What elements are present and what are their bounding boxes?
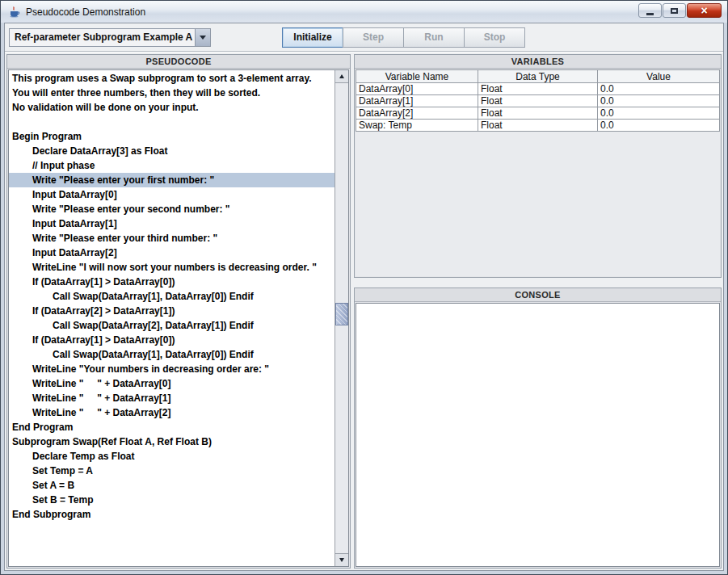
- close-button[interactable]: ×: [687, 3, 722, 18]
- pseudocode-line[interactable]: // Input phase: [9, 158, 335, 173]
- pseudocode-line[interactable]: WriteLine " " + DataArray[0]: [9, 376, 335, 391]
- pseudocode-line[interactable]: Begin Program: [9, 129, 335, 144]
- arrow-down-icon: [339, 558, 344, 562]
- example-selector-arrow-button[interactable]: [195, 29, 210, 46]
- variables-body: DataArray[0]Float0.0DataArray[1]Float0.0…: [356, 83, 720, 132]
- pseudocode-line[interactable]: WriteLine "I will now sort your numbers …: [9, 260, 335, 275]
- column-header: Value: [598, 70, 720, 83]
- minimize-button[interactable]: [638, 3, 662, 18]
- client-area: Ref-parameter Subprogram Example A Initi…: [4, 23, 724, 571]
- table-cell: DataArray[1]: [356, 95, 478, 107]
- variables-table: Variable NameData TypeValue DataArray[0]…: [356, 69, 720, 132]
- scrollbar-track[interactable]: [335, 83, 348, 553]
- console-panel-title: CONSOLE: [355, 288, 721, 302]
- stop-button[interactable]: Stop: [464, 27, 525, 48]
- pseudocode-panel: PSEUDOCODE This program uses a Swap subp…: [6, 54, 351, 569]
- pseudocode-line[interactable]: Call Swap(DataArray[1], DataArray[0]) En…: [9, 289, 335, 304]
- pseudocode-line[interactable]: Declare Temp as Float: [9, 449, 335, 464]
- pseudocode-line[interactable]: Subprogram Swap(Ref Float A, Ref Float B…: [9, 434, 335, 449]
- titlebar[interactable]: Pseudocode Demonstration ×: [1, 1, 727, 23]
- pseudocode-line[interactable]: Call Swap(DataArray[2], DataArray[1]) En…: [9, 318, 335, 333]
- maximize-button[interactable]: [663, 3, 686, 18]
- pseudocode-line[interactable]: WriteLine " " + DataArray[1]: [9, 391, 335, 405]
- table-cell: 0.0: [598, 107, 720, 120]
- table-cell: DataArray[0]: [356, 83, 478, 95]
- console-output[interactable]: [356, 303, 720, 567]
- variables-panel: VARIABLES Variable NameData TypeValue Da…: [354, 54, 722, 278]
- table-row[interactable]: Swap: TempFloat0.0: [356, 120, 720, 132]
- variables-table-area: Variable NameData TypeValue DataArray[0]…: [356, 69, 720, 276]
- pseudocode-viewport: This program uses a Swap subprogram to s…: [8, 69, 349, 567]
- table-row[interactable]: DataArray[0]Float0.0: [356, 83, 720, 95]
- scroll-up-button[interactable]: [335, 70, 348, 83]
- column-header: Data Type: [478, 70, 598, 83]
- pseudocode-line[interactable]: WriteLine " " + DataArray[2]: [9, 405, 335, 420]
- toolbar-buttons: InitializeStepRunStop: [282, 27, 525, 48]
- pseudocode-line[interactable]: Call Swap(DataArray[1], DataArray[0]) En…: [9, 347, 335, 362]
- example-selector[interactable]: Ref-parameter Subprogram Example A: [9, 28, 211, 47]
- table-cell: 0.0: [598, 95, 720, 107]
- pseudocode-line[interactable]: You will enter three numbers, then they …: [9, 86, 335, 100]
- pseudocode-line[interactable]: If (DataArray[2] > DataArray[1]): [9, 304, 335, 318]
- table-cell: 0.0: [598, 120, 720, 132]
- close-icon: ×: [701, 5, 707, 16]
- initialize-button[interactable]: Initialize: [282, 27, 343, 48]
- toolbar: Ref-parameter Subprogram Example A Initi…: [5, 23, 723, 52]
- right-column: VARIABLES Variable NameData TypeValue Da…: [354, 54, 722, 569]
- pseudocode-line[interactable]: Write "Please enter your first number: ": [9, 173, 335, 187]
- table-row[interactable]: DataArray[1]Float0.0: [356, 95, 720, 107]
- run-button[interactable]: Run: [403, 27, 465, 48]
- console-panel: CONSOLE: [354, 288, 722, 569]
- pseudocode-line[interactable]: [9, 115, 335, 129]
- pseudocode-line[interactable]: End Program: [9, 420, 335, 434]
- chevron-down-icon: [200, 36, 206, 40]
- java-app-icon[interactable]: [8, 6, 21, 19]
- pseudocode-line[interactable]: Write "Please enter your third number: ": [9, 231, 335, 246]
- pseudocode-line[interactable]: Declare DataArray[3] as Float: [9, 144, 335, 158]
- step-button[interactable]: Step: [343, 27, 404, 48]
- pseudocode-line[interactable]: Input DataArray[2]: [9, 246, 335, 260]
- window-title: Pseudocode Demonstration: [26, 6, 145, 18]
- pseudocode-line[interactable]: Input DataArray[1]: [9, 216, 335, 231]
- table-cell: Swap: Temp: [356, 120, 478, 132]
- pseudocode-line[interactable]: Write "Please enter your second number: …: [9, 202, 335, 216]
- pseudocode-line[interactable]: Set Temp = A: [9, 464, 335, 478]
- variables-panel-title: VARIABLES: [355, 55, 721, 69]
- window-controls: ×: [638, 3, 722, 18]
- minimize-icon: [646, 13, 654, 15]
- table-cell: 0.0: [598, 83, 720, 95]
- table-cell: DataArray[2]: [356, 107, 478, 120]
- pseudocode-line[interactable]: Set A = B: [9, 478, 335, 493]
- table-cell: Float: [478, 120, 598, 132]
- table-row[interactable]: DataArray[2]Float0.0: [356, 107, 720, 120]
- scroll-down-button[interactable]: [335, 553, 348, 566]
- table-cell: Float: [478, 107, 598, 120]
- table-cell: Float: [478, 83, 598, 95]
- arrow-up-icon: [339, 74, 344, 78]
- pseudocode-panel-title: PSEUDOCODE: [7, 55, 350, 69]
- pseudocode-line[interactable]: Input DataArray[0]: [9, 187, 335, 202]
- pseudocode-scrollbar[interactable]: [335, 70, 348, 566]
- example-selector-value: Ref-parameter Subprogram Example A: [10, 29, 195, 46]
- pseudocode-line[interactable]: This program uses a Swap subprogram to s…: [9, 71, 335, 86]
- pseudocode-line[interactable]: No validation will be done on your input…: [9, 100, 335, 115]
- app-window: Pseudocode Demonstration × Ref-parameter…: [0, 0, 728, 575]
- pseudocode-line[interactable]: If (DataArray[1] > DataArray[0]): [9, 275, 335, 289]
- pseudocode-line[interactable]: End Subprogram: [9, 507, 335, 522]
- variables-header-row: Variable NameData TypeValue: [356, 70, 720, 83]
- pseudocode-line[interactable]: If (DataArray[1] > DataArray[0]): [9, 333, 335, 347]
- pseudocode-line[interactable]: WriteLine "Your numbers in decreasing or…: [9, 362, 335, 376]
- main-area: PSEUDOCODE This program uses a Swap subp…: [5, 52, 723, 570]
- table-cell: Float: [478, 95, 598, 107]
- pseudocode-line[interactable]: Set B = Temp: [9, 493, 335, 507]
- scrollbar-thumb[interactable]: [335, 303, 348, 325]
- maximize-icon: [671, 8, 678, 14]
- column-header: Variable Name: [356, 70, 478, 83]
- pseudocode-list[interactable]: This program uses a Swap subprogram to s…: [9, 70, 335, 566]
